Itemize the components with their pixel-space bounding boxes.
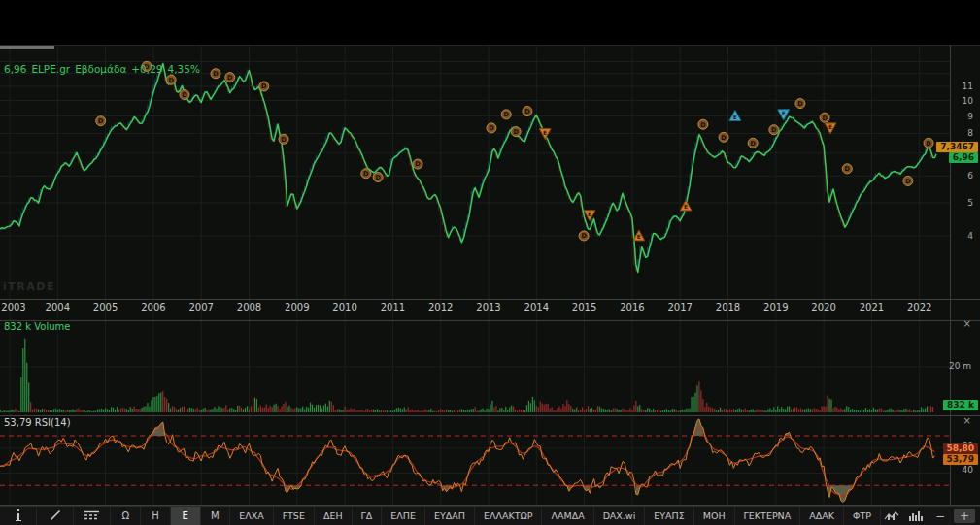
svg-text:D: D [489, 124, 494, 132]
dividend-marker: D [748, 138, 758, 148]
draw-icon [50, 509, 61, 523]
ticker-ΑΔΑΚ[interactable]: ΑΔΑΚ [800, 507, 844, 525]
svg-text:D: D [261, 82, 267, 90]
chart-scrollbar[interactable] [0, 46, 54, 49]
svg-text:D: D [363, 170, 369, 178]
instrument-quote: 6,96ELPE.grΕβδομάδα+0,294,35% [4, 63, 205, 75]
dividend-marker: D [719, 132, 728, 142]
ticker-ΕΥΑΠΣ[interactable]: ΕΥΑΠΣ [645, 507, 693, 525]
info-tool-button[interactable] [0, 507, 37, 525]
dividend-marker: D [795, 99, 805, 109]
dividend-marker: D [820, 113, 829, 122]
toolbar-right-tools: −+ [881, 507, 980, 525]
ticker-ΕΥΔΑΠ[interactable]: ΕΥΔΑΠ [425, 507, 475, 525]
ticker-ΜΟΗ[interactable]: ΜΟΗ [694, 507, 735, 525]
svg-text:D: D [581, 232, 587, 240]
svg-text:D: D [845, 165, 851, 173]
dividend-marker: D [698, 119, 708, 129]
volume-axis-tick: 20 m [944, 361, 971, 371]
volume-badge: 832 k [943, 400, 978, 410]
year-label: 2010 [332, 302, 356, 312]
ticker-ΕΛΠΕ[interactable]: ΕΛΠΕ [382, 507, 425, 525]
dividend-marker: D [413, 159, 422, 169]
rsi-pane-title: 53,79 RSI(14) [4, 417, 71, 428]
dividend-marker: D [579, 231, 589, 241]
year-label: 2018 [716, 302, 740, 312]
year-label: 2011 [381, 302, 405, 312]
year-label: 2017 [667, 302, 692, 312]
year-label: 2012 [428, 302, 453, 312]
rsi-pane-close-button[interactable]: × [963, 416, 971, 426]
svg-text:E: E [684, 203, 688, 210]
dividend-marker: D [259, 82, 269, 91]
dividend-marker: D [361, 169, 371, 179]
dividend-marker: D [769, 125, 779, 135]
chart-canvas[interactable]: DDDDDDDDDDDDDDDDDDDDDDDDDEEEEEEE [0, 0, 980, 525]
svg-text:D: D [415, 160, 421, 168]
year-label: 2013 [476, 302, 500, 312]
rsi-value-badge: 53,79 [943, 454, 978, 465]
dividend-marker: D [373, 173, 383, 182]
timeframe-Ω-button[interactable]: Ω [111, 507, 141, 525]
svg-text:D: D [771, 126, 777, 134]
dividend-marker: D [211, 69, 220, 79]
dividend-marker: D [501, 110, 511, 119]
dividend-marker: D [225, 73, 235, 82]
svg-text:E: E [733, 114, 737, 120]
svg-text:D: D [797, 100, 803, 108]
volume-pane-close-button[interactable]: × [963, 319, 971, 329]
year-label: 2014 [524, 302, 549, 312]
timeframe-Μ-button[interactable]: Μ [201, 507, 231, 525]
ticker-ΓΕΚΤΕΡΝΑ[interactable]: ΓΕΚΤΕΡΝΑ [735, 507, 801, 525]
svg-text:E: E [782, 110, 786, 116]
volume-indicator-button[interactable] [905, 509, 927, 523]
ticker-ΕΛΛΑΚΤΩΡ[interactable]: ΕΛΛΑΚΤΩΡ [475, 507, 543, 525]
ticker-DAX.wi[interactable]: DAX.wi [594, 507, 646, 525]
year-label: 2016 [620, 302, 644, 312]
dividend-marker: D [523, 107, 532, 116]
ticker-ΓΔ[interactable]: ΓΔ [353, 507, 383, 525]
svg-text:D: D [905, 178, 911, 185]
zoom-in-button[interactable]: + [954, 509, 975, 523]
svg-text:D: D [182, 91, 187, 99]
volume-indicator-icon [909, 510, 924, 521]
year-label: 2009 [285, 302, 309, 312]
year-label: 2004 [46, 302, 70, 312]
svg-text:D: D [504, 111, 510, 118]
year-label: 2005 [93, 302, 118, 312]
rsi-ma-badge: 58,80 [943, 443, 978, 454]
ticker-ΕΛΧΑ[interactable]: ΕΛΧΑ [230, 507, 274, 525]
dividend-marker: D [903, 176, 913, 185]
svg-text:E: E [543, 129, 547, 136]
ticker-ΦΤΡ[interactable]: ΦΤΡ [844, 507, 881, 525]
ticker-FTSE[interactable]: FTSE [274, 507, 315, 525]
last-price: 6,96 [4, 63, 26, 75]
dividend-marker: D [279, 134, 288, 144]
year-label: 2021 [860, 302, 884, 312]
platform-watermark: iTRADE [3, 280, 55, 293]
timeframe-Ε-button[interactable]: Ε [171, 507, 201, 525]
draw-tool-button[interactable] [37, 507, 74, 525]
year-label: 2022 [907, 302, 931, 312]
svg-text:D: D [375, 174, 381, 181]
dividend-marker: D [842, 164, 852, 174]
year-label: 2003 [1, 302, 25, 312]
trading-chart-app: DDDDDDDDDDDDDDDDDDDDDDDDDEEEEEEE 6,96ELP… [0, 0, 980, 525]
ticker-ΔΕΗ[interactable]: ΔΕΗ [315, 507, 353, 525]
indicators-tool-button[interactable] [74, 507, 111, 525]
svg-text:D: D [524, 108, 530, 115]
svg-text:E: E [588, 211, 591, 217]
svg-text:D: D [700, 121, 706, 129]
svg-text:E: E [637, 233, 641, 240]
svg-text:D: D [822, 115, 828, 122]
year-label: 2008 [237, 302, 261, 312]
price-tick: 4 [950, 231, 973, 241]
timeframe-Η-button[interactable]: Η [141, 507, 171, 525]
svg-text:D: D [213, 70, 219, 78]
chart-style-button[interactable] [881, 509, 902, 523]
zoom-out-button[interactable]: − [929, 509, 951, 523]
info-icon [14, 509, 23, 523]
ticker-ΛΑΜΔΑ[interactable]: ΛΑΜΔΑ [542, 507, 593, 525]
svg-text:D: D [750, 140, 756, 148]
volume-pane-title: 832 k Volume [4, 321, 70, 332]
